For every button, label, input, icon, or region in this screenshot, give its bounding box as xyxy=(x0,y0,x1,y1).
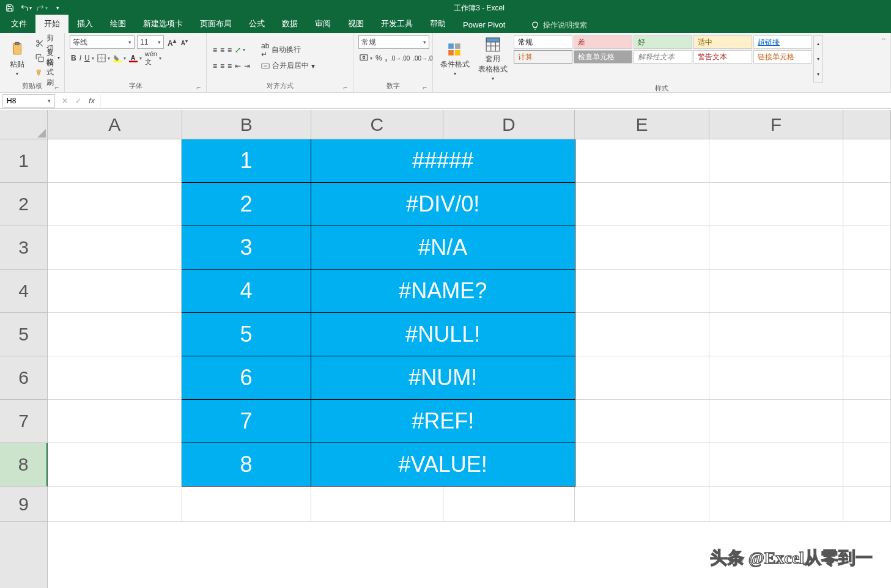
cell-C4[interactable]: #NAME? xyxy=(311,270,575,313)
increase-decimal-button[interactable]: .0→.00 xyxy=(389,51,411,65)
cell-E4[interactable] xyxy=(575,270,709,313)
tab-powerpivot[interactable]: Power Pivot xyxy=(454,17,514,33)
accounting-format-button[interactable]: ▾ xyxy=(358,51,374,65)
row-header-5[interactable]: 5 xyxy=(0,313,47,356)
decrease-decimal-button[interactable]: .00→.0 xyxy=(412,51,434,65)
orientation-button[interactable]: ⤢▾ xyxy=(234,43,246,57)
cell-F6[interactable] xyxy=(709,356,843,400)
align-center-button[interactable]: ≡ xyxy=(219,59,226,73)
col-header-F[interactable]: F xyxy=(709,110,844,139)
font-color-button[interactable]: A▾ xyxy=(128,51,143,65)
increase-indent-button[interactable]: ⇥ xyxy=(243,59,251,73)
cell-A8[interactable] xyxy=(48,443,182,487)
number-dialog-launcher[interactable]: ⌐ xyxy=(423,83,430,90)
style-hyperlink[interactable]: 超链接 xyxy=(753,35,812,49)
style-neutral[interactable]: 适中 xyxy=(693,35,752,49)
cell-A4[interactable] xyxy=(48,270,182,313)
gallery-up-button[interactable]: ▴ xyxy=(814,36,823,51)
style-good[interactable]: 好 xyxy=(634,35,692,49)
style-normal[interactable]: 常规 xyxy=(514,35,572,49)
font-name-combo[interactable]: 等线▾ xyxy=(70,35,135,49)
tab-developer[interactable]: 开发工具 xyxy=(372,15,421,33)
name-box[interactable]: H8▾ xyxy=(2,94,55,108)
insert-function-button[interactable]: fx xyxy=(86,95,98,107)
cell-C1[interactable]: ##### xyxy=(311,139,575,183)
cell-E9[interactable] xyxy=(575,487,709,522)
row-header-9[interactable]: 9 xyxy=(0,487,47,522)
cell-A5[interactable] xyxy=(48,313,182,356)
cell-F7[interactable] xyxy=(709,400,843,443)
row-header-7[interactable]: 7 xyxy=(0,400,47,443)
cell-E2[interactable] xyxy=(575,183,709,226)
cell-E1[interactable] xyxy=(575,139,709,183)
font-size-combo[interactable]: 11▾ xyxy=(137,35,164,49)
format-as-table-button[interactable]: 套用 表格格式▾ xyxy=(476,35,510,83)
align-top-button[interactable]: ≡ xyxy=(212,43,218,57)
cell-F2[interactable] xyxy=(709,183,843,226)
cell-G7[interactable] xyxy=(843,400,891,443)
decrease-indent-button[interactable]: ⇤ xyxy=(234,59,242,73)
tab-view[interactable]: 视图 xyxy=(339,15,372,33)
cell-B4[interactable]: 4 xyxy=(182,270,311,313)
style-explanatory[interactable]: 解释性文本 xyxy=(634,50,692,64)
row-header-8[interactable]: 8 xyxy=(0,443,48,487)
cell-C9[interactable] xyxy=(311,487,443,522)
cell-B2[interactable]: 2 xyxy=(182,183,311,226)
row-header-4[interactable]: 4 xyxy=(0,270,47,313)
cell-E6[interactable] xyxy=(575,356,709,400)
cell-B3[interactable]: 3 xyxy=(182,226,311,270)
tab-home[interactable]: 开始 xyxy=(35,15,68,33)
col-header-A[interactable]: A xyxy=(48,110,182,139)
undo-button[interactable]: ▾ xyxy=(18,1,33,15)
gallery-more-button[interactable]: ▾ xyxy=(814,67,823,82)
tell-me-search[interactable]: 操作说明搜索 xyxy=(526,18,592,33)
row-header-1[interactable]: 1 xyxy=(0,139,47,183)
number-format-combo[interactable]: 常规▾ xyxy=(358,35,429,49)
cell-B5[interactable]: 5 xyxy=(182,313,311,356)
cell-C6[interactable]: #NUM! xyxy=(311,356,575,400)
tab-page-layout[interactable]: 页面布局 xyxy=(191,15,240,33)
cell-E7[interactable] xyxy=(575,400,709,443)
tab-file[interactable]: 文件 xyxy=(2,15,35,33)
formula-input[interactable] xyxy=(100,94,891,108)
save-button[interactable] xyxy=(2,1,17,15)
decrease-font-button[interactable]: A▾ xyxy=(180,35,189,49)
align-left-button[interactable]: ≡ xyxy=(212,59,218,73)
alignment-dialog-launcher[interactable]: ⌐ xyxy=(343,83,350,90)
tab-formulas[interactable]: 公式 xyxy=(240,15,273,33)
tab-review[interactable]: 审阅 xyxy=(306,15,339,33)
align-right-button[interactable]: ≡ xyxy=(226,59,233,73)
qat-customize[interactable]: ▾ xyxy=(50,1,65,15)
cell-A3[interactable] xyxy=(48,226,182,270)
cell-C8[interactable]: #VALUE! xyxy=(311,443,575,487)
style-check-cell[interactable]: 检查单元格 xyxy=(574,50,632,64)
style-linked-cell[interactable]: 链接单元格 xyxy=(753,50,812,64)
col-header-C[interactable]: C xyxy=(311,110,443,139)
align-bottom-button[interactable]: ≡ xyxy=(226,43,233,57)
cell-F1[interactable] xyxy=(709,139,843,183)
style-calculation[interactable]: 计算 xyxy=(514,50,572,64)
wrap-text-button[interactable]: ab↵自动换行 xyxy=(259,43,317,57)
merge-center-button[interactable]: 合并后居中▾ xyxy=(259,59,317,73)
cell-B6[interactable]: 6 xyxy=(182,356,311,400)
fill-color-button[interactable]: ▾ xyxy=(112,51,127,65)
bold-button[interactable]: B xyxy=(70,51,78,65)
row-header-6[interactable]: 6 xyxy=(0,356,47,400)
col-header-E[interactable]: E xyxy=(575,110,709,139)
style-bad[interactable]: 差 xyxy=(574,35,632,49)
percent-button[interactable]: % xyxy=(374,51,383,65)
cell-G6[interactable] xyxy=(843,356,891,400)
align-middle-button[interactable]: ≡ xyxy=(219,43,226,57)
cell-B1[interactable]: 1 xyxy=(182,139,311,183)
font-dialog-launcher[interactable]: ⌐ xyxy=(196,83,204,90)
conditional-formatting-button[interactable]: 条件格式▾ xyxy=(438,35,472,83)
clipboard-dialog-launcher[interactable]: ⌐ xyxy=(54,83,62,90)
tab-draw[interactable]: 绘图 xyxy=(102,15,135,33)
row-header-3[interactable]: 3 xyxy=(0,226,47,270)
italic-button[interactable]: I xyxy=(78,51,83,65)
redo-button[interactable]: ▾ xyxy=(34,1,49,15)
style-warning[interactable]: 警告文本 xyxy=(693,50,752,64)
tab-new[interactable]: 新建选项卡 xyxy=(135,15,191,33)
cell-C7[interactable]: #REF! xyxy=(311,400,575,443)
cell-C3[interactable]: #N/A xyxy=(311,226,575,270)
